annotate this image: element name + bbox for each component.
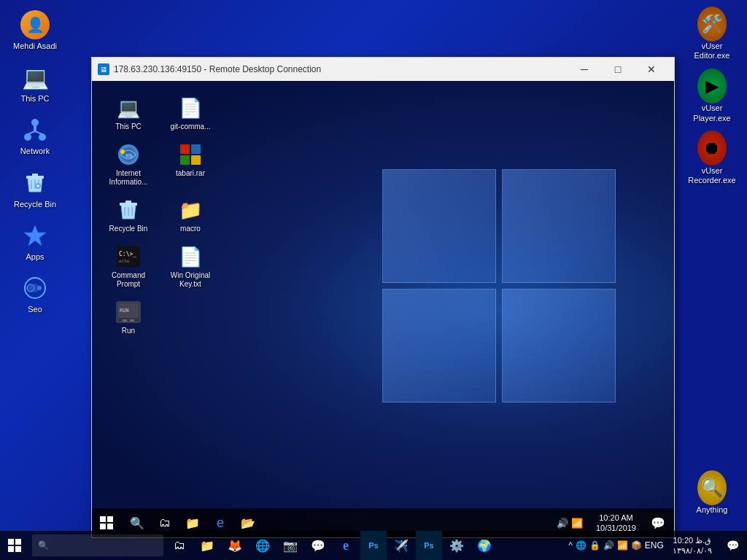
svg-point-2 [24, 133, 31, 141]
desktop-icon-anything[interactable]: 🔍 Anything [683, 471, 741, 518]
tray-language[interactable]: ENG [645, 540, 664, 551]
settings-button[interactable]: ⚙️ [444, 531, 470, 560]
rdp-content: 💻 This PC 📄 git-comma... [92, 81, 674, 537]
svg-line-5 [35, 131, 42, 134]
svg-rect-1 [34, 125, 36, 131]
desktop-icon-vuser-player[interactable]: ▶ vUser Player.exe [683, 69, 741, 125]
apps-icon [20, 221, 50, 250]
win-logo-pane-tr [502, 169, 616, 283]
notification-button[interactable]: 💬 [721, 531, 744, 560]
tray-wifi: 📶 [617, 540, 628, 551]
system-tray: ^ 🌐 🔒 🔊 📶 📦 ENG [568, 540, 664, 551]
rdp-icon-label: This PC [115, 122, 142, 131]
desktop-icon-apps[interactable]: Apps [6, 218, 64, 265]
svg-rect-37 [8, 546, 14, 552]
rdp-clock[interactable]: 10:20 AM 10/31/2019 [590, 513, 642, 534]
rdp-window: 🖥 178.63.230.136:49150 - Remote Desktop … [91, 57, 675, 538]
rdp-volume-icon: 🔊 [557, 518, 568, 529]
rdp-maximize-button[interactable]: □ [601, 58, 635, 81]
svg-rect-33 [100, 524, 106, 529]
firefox-button[interactable]: 🦊 [222, 531, 248, 560]
language-button[interactable]: 🌍 [471, 531, 498, 560]
telegram-button[interactable]: ✈️ [388, 531, 414, 560]
rdp-close-button[interactable]: ✕ [635, 58, 668, 81]
tray-volume[interactable]: 🔊 [603, 540, 614, 551]
rdp-icon-tabari[interactable]: tabari.rar [165, 139, 216, 190]
rdp-icon-git-comma[interactable]: 📄 git-comma... [165, 92, 216, 134]
vuser-recorder-icon: ⏺ [697, 135, 727, 164]
ie-button[interactable]: e [333, 531, 359, 560]
desktop-icon-label: This PC [20, 94, 49, 104]
rdp-desktop-icons: 💻 This PC 📄 git-comma... [103, 92, 216, 338]
svg-point-11 [27, 284, 34, 292]
desktop-icon-this-pc[interactable]: 💻 This PC [6, 60, 64, 106]
photoshop-button[interactable]: Ps [360, 531, 387, 560]
anything-icon: 🔍 [697, 474, 727, 503]
svg-text:RUN: RUN [120, 308, 129, 314]
file-manager-button[interactable]: 📁 [194, 531, 220, 560]
rdp-icon-macro[interactable]: 📁 macro [165, 194, 216, 236]
desktop-icon-recycle-bin[interactable]: Recycle Bin [6, 166, 64, 212]
desktop-icon-label: Seo [28, 305, 42, 314]
svg-rect-34 [107, 524, 113, 529]
taskbar: 🔍 🗂 📁 🦊 🌐 📷 💬 e Ps ✈️ Ps ⚙️ 🌍 ^ 🌐 🔒 🔊 📶 … [0, 531, 747, 560]
chrome-button[interactable]: 🌐 [249, 531, 276, 560]
rdp-system-icons: 🔊 📶 [552, 518, 587, 529]
svg-rect-29 [123, 319, 127, 322]
svg-rect-19 [180, 155, 190, 165]
rdp-minimize-button[interactable]: ─ [568, 58, 601, 81]
rdp-windows-logo [382, 169, 616, 402]
desktop: 👤 Mehdi Asadi 💻 This PC Network Recycle … [0, 0, 747, 560]
svg-text:C:\>_: C:\>_ [119, 251, 136, 257]
rdp-git-icon: 📄 [177, 95, 204, 121]
skype-button[interactable]: 💬 [305, 531, 331, 560]
desktop-icon-seo[interactable]: Seo [6, 271, 64, 317]
desktop-icon-vuser-recorder[interactable]: ⏺ vUser Recorder.exe [683, 132, 741, 188]
desktop-icons-right: 🛠️ vUser Editor.exe ▶ vUser Player.exe ⏺… [683, 7, 741, 518]
rdp-icon-label: tabari.rar [176, 169, 205, 178]
desktop-icon-mehdi-asadi[interactable]: 👤 Mehdi Asadi [6, 7, 64, 54]
taskbar-clock[interactable]: ق.ظ 10:20 ۱۳۹۸/۰۸/۰۹ [667, 535, 718, 556]
search-icon: 🔍 [38, 540, 49, 551]
rdp-cmd-icon: C:\>_echo [115, 244, 142, 270]
task-view-button[interactable]: 🗂 [166, 531, 193, 560]
desktop-icon-label: Network [20, 147, 50, 156]
rdp-icon-label: Win Original Key.txt [168, 271, 213, 289]
rdp-icon-recycle-bin[interactable]: Recycle Bin [103, 194, 154, 236]
tray-chevron[interactable]: ^ [568, 540, 573, 551]
rdp-title-text: 178.63.230.136:49150 - Remote Desktop Co… [114, 64, 563, 74]
tray-vpn: 🔒 [589, 540, 600, 551]
rdp-iis-icon: IIS [115, 141, 142, 168]
rdp-icon-row-4: C:\>_echo Command Prompt 📄 Win Original … [103, 241, 216, 292]
start-button[interactable] [0, 531, 29, 560]
desktop-icon-label: Mehdi Asadi [13, 42, 57, 51]
rdp-icon-label: Run [122, 327, 135, 335]
rdp-time: 10:20 AM [599, 513, 632, 523]
svg-rect-32 [107, 516, 113, 522]
rdp-icon-this-pc[interactable]: 💻 This PC [103, 92, 154, 134]
rdp-icon-run[interactable]: RUN Run [103, 296, 154, 338]
ps-button[interactable]: Ps [416, 531, 442, 560]
taskbar-search[interactable]: 🔍 [32, 534, 163, 556]
desktop-icon-network[interactable]: Network [6, 112, 64, 159]
desktop-icons-left: 👤 Mehdi Asadi 💻 This PC Network Recycle … [6, 7, 64, 317]
rdp-icon-win-key[interactable]: 📄 Win Original Key.txt [165, 241, 216, 292]
svg-rect-30 [130, 319, 134, 322]
rdp-winkey-icon: 📄 [177, 244, 204, 270]
seo-icon [20, 273, 50, 303]
rdp-icon-row-2: IIS Internet Informatio... [103, 139, 216, 190]
rdp-icon-iis[interactable]: IIS Internet Informatio... [103, 139, 154, 190]
rdp-icon-label: Recycle Bin [109, 225, 148, 233]
rdp-icon-row-3: Recycle Bin 📁 macro [103, 194, 216, 236]
clock-date: ۱۳۹۸/۰۸/۰۹ [673, 545, 712, 556]
greenshot-button[interactable]: 📷 [277, 531, 303, 560]
rdp-titlebar: 🖥 178.63.230.136:49150 - Remote Desktop … [92, 58, 674, 81]
svg-point-12 [37, 286, 42, 290]
rdp-icon-cmd[interactable]: C:\>_echo Command Prompt [103, 241, 154, 292]
svg-rect-36 [15, 539, 21, 545]
svg-text:echo: echo [119, 258, 130, 263]
desktop-icon-label: Recycle Bin [14, 200, 56, 209]
desktop-icon-label: Anything [697, 505, 728, 515]
desktop-icon-vuser-editor[interactable]: 🛠️ vUser Editor.exe [683, 7, 741, 63]
rdp-network-icon: 📶 [571, 518, 583, 529]
